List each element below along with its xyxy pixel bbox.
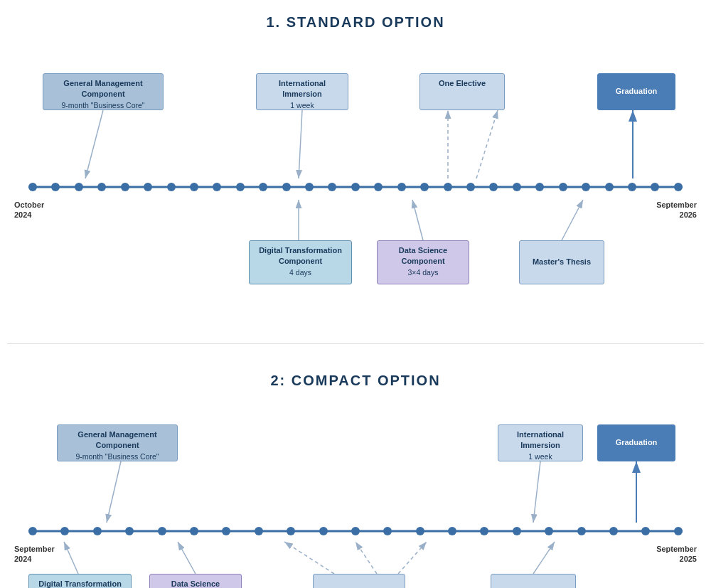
dsc-title: Data Science Component xyxy=(383,245,463,267)
timeline-dot xyxy=(28,527,37,535)
timeline-dot xyxy=(259,183,267,191)
graduation-title: Graduation xyxy=(616,86,658,97)
gmc-title: General Management Component xyxy=(49,78,157,100)
timeline-dot xyxy=(513,527,521,535)
elective2-box: One Elective xyxy=(313,574,405,588)
timeline-dot xyxy=(121,183,129,191)
timeline-dot xyxy=(628,183,636,191)
standard-section: 1. STANDARD OPTION General Management Co… xyxy=(7,14,704,315)
svg-line-22 xyxy=(533,542,555,574)
dtc2-title: Digital Transformation Component xyxy=(35,579,125,588)
timeline-dot xyxy=(75,183,83,191)
intl2-sub: 1 week xyxy=(504,451,577,462)
intl-sub: 1 week xyxy=(262,100,342,111)
elective-box: One Elective xyxy=(419,73,505,110)
gmc2-title: General Management Component xyxy=(63,429,171,451)
timeline-dot xyxy=(609,527,618,535)
svg-line-19 xyxy=(284,542,334,574)
timeline-dot xyxy=(674,527,683,535)
compact-section: 2: COMPACT OPTION General Management Com… xyxy=(7,373,704,588)
gmc2-sub: 9-month "Business Core" xyxy=(63,451,171,462)
timeline-dot xyxy=(190,527,198,535)
timeline-dot xyxy=(144,183,152,191)
dtc-sub: 4 days xyxy=(255,267,346,278)
timeline-dot xyxy=(287,527,295,535)
compact-title: 2: COMPACT OPTION xyxy=(7,373,704,389)
timeline-dot xyxy=(577,527,586,535)
timeline-dot xyxy=(545,527,553,535)
dtc-title: Digital Transformation Component xyxy=(255,245,346,267)
timeline-dot xyxy=(674,183,683,191)
page: 1. STANDARD OPTION General Management Co… xyxy=(0,0,711,588)
dtc2-box: Digital Transformation Component 4 days xyxy=(28,574,132,588)
svg-line-10 xyxy=(476,110,498,178)
timeline-dot xyxy=(351,527,360,535)
svg-line-15 xyxy=(533,461,540,523)
compact-end-label: September2025 xyxy=(656,544,697,565)
intl-title: International Immersion xyxy=(262,78,342,100)
timeline-dot xyxy=(559,183,567,191)
gmc-box: General Management Component 9-month "Bu… xyxy=(43,73,164,110)
timeline-dot xyxy=(480,527,488,535)
intl2-title: International Immersion xyxy=(504,429,577,451)
timeline-dot xyxy=(328,183,336,191)
graduation-box: Graduation xyxy=(597,73,675,110)
dsc2-box: Data Science Component 3×4 days xyxy=(149,574,242,588)
timeline-dot xyxy=(582,183,590,191)
timeline-dot xyxy=(236,183,245,191)
timeline-dot xyxy=(351,183,360,191)
svg-line-4 xyxy=(85,110,103,178)
elective-title: One Elective xyxy=(426,78,498,89)
svg-line-5 xyxy=(299,110,302,178)
svg-line-17 xyxy=(64,542,78,574)
svg-line-7 xyxy=(412,200,423,240)
intl-box: International Immersion 1 week xyxy=(256,73,348,110)
timeline-dot xyxy=(489,183,498,191)
thesis2-box: Master's Thesis xyxy=(491,574,576,588)
timeline-dot xyxy=(535,183,544,191)
timeline-dot xyxy=(51,183,60,191)
timeline-dot xyxy=(222,527,230,535)
timeline-dot xyxy=(125,527,134,535)
timeline-dot xyxy=(513,183,521,191)
standard-title: 1. STANDARD OPTION xyxy=(7,14,704,31)
svg-line-21 xyxy=(398,542,427,574)
dsc2-title: Data Science Component xyxy=(156,579,235,588)
timeline-dot xyxy=(444,183,452,191)
timeline-dot xyxy=(397,183,406,191)
thesis-box: Master's Thesis xyxy=(519,240,604,284)
svg-line-8 xyxy=(562,200,583,240)
timeline-dot xyxy=(213,183,221,191)
timeline-dot xyxy=(466,183,475,191)
timeline-dot xyxy=(167,183,176,191)
svg-line-20 xyxy=(356,542,377,574)
dsc-sub: 3×4 days xyxy=(383,267,463,278)
graduation2-box: Graduation xyxy=(597,424,675,461)
gmc-sub: 9-month "Business Core" xyxy=(49,100,157,111)
thesis-title: Master's Thesis xyxy=(533,257,591,267)
timeline-dot xyxy=(28,183,37,191)
timeline-dot xyxy=(158,527,166,535)
timeline-dot xyxy=(605,183,614,191)
compact-start-label: September2024 xyxy=(14,544,55,565)
timeline-dot xyxy=(97,183,106,191)
timeline-dot xyxy=(651,183,659,191)
svg-line-14 xyxy=(107,461,121,523)
timeline-dot xyxy=(374,183,383,191)
start-label: October2024 xyxy=(14,200,44,220)
dsc-box: Data Science Component 3×4 days xyxy=(377,240,469,284)
timeline-dot xyxy=(319,527,328,535)
graduation2-title: Graduation xyxy=(616,437,658,448)
timeline-dot xyxy=(305,183,314,191)
section-divider xyxy=(7,343,704,344)
timeline-dot xyxy=(641,527,650,535)
timeline-dot xyxy=(383,527,392,535)
gmc2-box: General Management Component 9-month "Bu… xyxy=(57,424,178,461)
timeline-dot xyxy=(93,527,102,535)
timeline-dot xyxy=(282,183,291,191)
timeline-dot xyxy=(416,527,424,535)
intl2-box: International Immersion 1 week xyxy=(498,424,583,461)
end-label: September2026 xyxy=(656,200,697,220)
dtc-box: Digital Transformation Component 4 days xyxy=(249,240,352,284)
timeline-dot xyxy=(255,527,263,535)
